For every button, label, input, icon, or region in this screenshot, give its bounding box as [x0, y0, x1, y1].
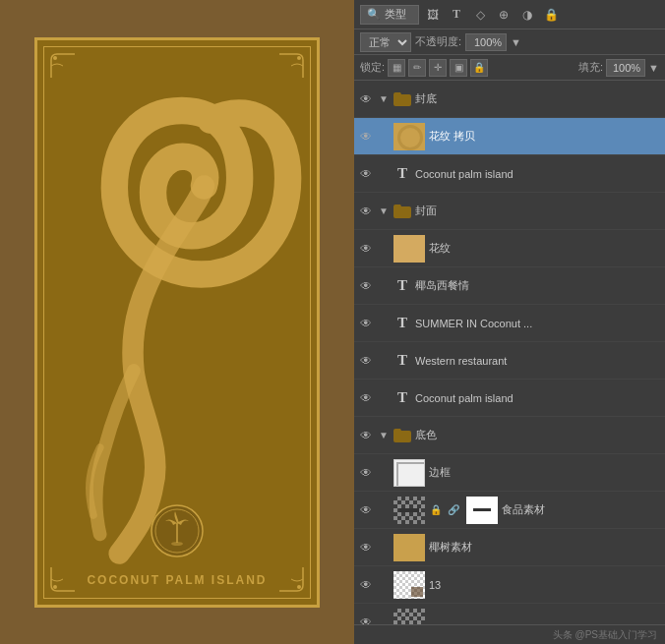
lock-paint-btn[interactable]: ✏	[408, 59, 426, 77]
corner-decoration-br	[277, 565, 305, 593]
filter-text-icon[interactable]: T	[447, 5, 466, 25]
eye-icon-coconut-2[interactable]: 👁	[358, 390, 374, 406]
svg-point-1	[297, 56, 301, 60]
layer-coconut-text-2[interactable]: 👁 T Coconut palm island	[354, 380, 665, 417]
corner-decoration-bl	[49, 565, 77, 593]
layer-palm-material[interactable]: 👁 椰树素材	[354, 529, 665, 566]
corner-decoration-tl	[49, 52, 77, 80]
eye-icon-fengmian[interactable]: 👁	[358, 204, 374, 219]
corner-decoration-tr	[277, 52, 305, 80]
eye-icon-palm[interactable]: 👁	[358, 540, 374, 556]
layer-name-coconut-2: Coconut palm island	[415, 392, 661, 404]
text-layer-icon-1: T	[393, 165, 411, 183]
eye-icon-chinese[interactable]: 👁	[358, 278, 374, 294]
arrow-icon-dise[interactable]: ▼	[378, 430, 390, 441]
filter-shape-icon[interactable]: ◇	[470, 5, 490, 25]
svg-point-0	[53, 56, 57, 60]
layer-group-dise[interactable]: 👁 ▼ 底色	[354, 417, 665, 454]
search-icon: 🔍	[367, 8, 381, 21]
type-filter-box[interactable]: 🔍 类型	[360, 5, 419, 25]
thumbnail-food-white	[466, 497, 498, 524]
layer-bottom-check[interactable]: 👁	[354, 604, 665, 624]
filter-lock-icon[interactable]: 🔒	[541, 5, 561, 25]
thumbnail-huawen	[393, 235, 425, 263]
layers-panel: 🔍 类型 🖼 T ◇ ⊕ ◑ 🔒 正常 不透明度: ▼ 锁定: ▦ ✏ ✛ ▣ …	[354, 0, 665, 644]
thumbnail-biankuang	[393, 459, 425, 487]
eye-icon-biankuang[interactable]: 👁	[358, 465, 374, 481]
layer-name-chinese: 椰岛西餐情	[415, 278, 661, 293]
fill-label: 填充:	[578, 60, 603, 75]
layer-name-huawen-kaobei: 花纹 拷贝	[429, 129, 661, 144]
layer-name-summer: SUMMER IN Coconut ...	[415, 318, 661, 329]
filter-adjustment-icon[interactable]: ◑	[517, 5, 537, 25]
layer-huawen-kaobei[interactable]: 👁 花纹 拷贝	[354, 118, 665, 155]
folder-icon-dise	[393, 429, 411, 442]
layers-toolbar-top: 🔍 类型 🖼 T ◇ ⊕ ◑ 🔒	[354, 0, 665, 29]
card-emblem	[148, 501, 207, 560]
card-bottom-text: COCONUT PALM ISLAND	[87, 573, 267, 587]
eye-icon-fengdi[interactable]: 👁	[358, 91, 374, 107]
arrow-icon-fengdi[interactable]: ▼	[378, 93, 390, 105]
thumbnail-huawen-kaobei	[393, 123, 425, 150]
text-layer-icon-chinese: T	[393, 277, 411, 295]
opacity-arrow: ▼	[511, 36, 521, 48]
thumbnail-13	[393, 571, 425, 599]
layer-name-palm: 椰树素材	[429, 540, 661, 555]
eye-icon-food[interactable]: 👁	[358, 502, 374, 518]
filter-image-icon[interactable]: 🖼	[423, 5, 443, 25]
eye-icon-coconut-1[interactable]: 👁	[358, 166, 374, 182]
layer-coconut-text-1[interactable]: 👁 T Coconut palm island	[354, 155, 665, 193]
filter-smart-icon[interactable]: ⊕	[494, 5, 514, 25]
layer-chinese-text[interactable]: 👁 T 椰岛西餐情	[354, 267, 665, 305]
text-layer-icon-western: T	[393, 352, 411, 370]
layer-name-13: 13	[429, 579, 661, 591]
eye-icon-huawen[interactable]: 👁	[358, 241, 374, 257]
lock-artboard-btn[interactable]: ▣	[450, 59, 467, 77]
layer-group-fengdi[interactable]: 👁 ▼ 封底	[354, 81, 665, 118]
svg-point-7	[171, 542, 183, 546]
layer-name-huawen: 花纹	[429, 241, 661, 256]
layer-13[interactable]: 👁 13	[354, 566, 665, 604]
layer-summer-text[interactable]: 👁 T SUMMER IN Coconut ...	[354, 305, 665, 342]
lock-transparent-btn[interactable]: ▦	[388, 59, 405, 77]
layer-western-text[interactable]: 👁 T Western restaurant	[354, 342, 665, 380]
eye-icon-bottom[interactable]: 👁	[358, 615, 374, 625]
layer-huawen[interactable]: 👁 花纹	[354, 230, 665, 267]
svg-point-3	[297, 585, 301, 589]
blend-mode-select[interactable]: 正常	[360, 32, 411, 52]
fill-input[interactable]	[606, 59, 645, 77]
layer-name-dise: 底色	[415, 428, 661, 442]
eye-icon-summer[interactable]: 👁	[358, 316, 374, 331]
layers-toolbar-lock: 锁定: ▦ ✏ ✛ ▣ 🔒 填充: ▼	[354, 55, 665, 81]
eye-icon-13[interactable]: 👁	[358, 577, 374, 593]
thumbnail-food-check	[393, 497, 425, 524]
watermark-bar: 头条 @PS基础入门学习	[354, 624, 665, 644]
text-layer-icon-2: T	[393, 389, 411, 407]
lock-all-btn[interactable]: 🔒	[470, 59, 488, 77]
layer-group-fengmian[interactable]: 👁 ▼ 封面	[354, 193, 665, 230]
svg-point-2	[53, 585, 57, 589]
thumbnail-bottom	[393, 609, 425, 625]
eye-icon-western[interactable]: 👁	[358, 353, 374, 369]
opacity-input[interactable]	[465, 33, 507, 51]
lock-label: 锁定:	[360, 60, 385, 75]
text-layer-icon-summer: T	[393, 315, 411, 332]
folder-icon-fengmian	[393, 205, 411, 218]
layers-list: 👁 ▼ 封底 👁 花纹 拷贝 👁 T Coconut palm island 👁…	[354, 81, 665, 624]
layer-name-biankuang: 边框	[429, 465, 661, 480]
watermark-text: 头条 @PS基础入门学习	[553, 628, 657, 642]
layer-name-fengmian: 封面	[415, 204, 661, 218]
eye-icon-dise[interactable]: 👁	[358, 428, 374, 443]
lock-icon-food: 🔒	[429, 503, 443, 517]
layer-biankuang[interactable]: 👁 边框	[354, 454, 665, 492]
layer-name-coconut-1: Coconut palm island	[415, 168, 661, 180]
design-preview-panel: COCONUT PALM ISLAND	[0, 0, 354, 644]
opacity-label: 不透明度:	[415, 34, 461, 49]
eye-icon-huawen-kaobei[interactable]: 👁	[358, 129, 374, 145]
layer-food-material[interactable]: 👁 🔒 🔗 食品素材	[354, 492, 665, 529]
folder-icon-fengdi	[393, 92, 411, 106]
fill-arrow: ▼	[648, 62, 659, 74]
lock-position-btn[interactable]: ✛	[429, 59, 447, 77]
arrow-icon-fengmian[interactable]: ▼	[378, 205, 390, 217]
card-design: COCONUT PALM ISLAND	[34, 37, 320, 608]
